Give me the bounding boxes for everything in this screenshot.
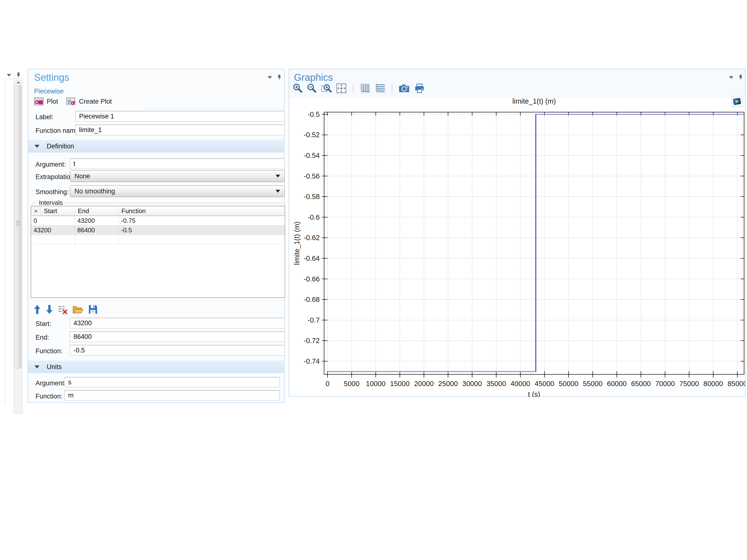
graphics-panel-title: Graphics: [294, 72, 333, 83]
save-file-icon[interactable]: [88, 305, 97, 314]
svg-text:20000: 20000: [414, 380, 434, 388]
section-label: Units: [47, 363, 62, 371]
move-up-icon[interactable]: [33, 304, 41, 314]
toolbar-separator: [392, 84, 392, 93]
label-input[interactable]: [75, 111, 285, 122]
smoothing-field-label: Smoothing:: [35, 188, 69, 196]
strip-divider: [1, 79, 24, 79]
zoom-extents-icon[interactable]: [336, 83, 346, 94]
arguments-input[interactable]: [65, 377, 280, 387]
table-row[interactable]: [31, 235, 285, 244]
dropdown-arrow-icon: [276, 190, 280, 193]
units-function-input[interactable]: [65, 390, 280, 400]
plot-button-label: Plot: [47, 98, 58, 105]
section-header-units[interactable]: Units: [28, 361, 284, 373]
section-label: Definition: [47, 142, 74, 150]
collapse-triangle-icon: [34, 365, 40, 369]
table-cell[interactable]: 0: [31, 216, 75, 225]
units-function-field-label: Function:: [35, 393, 62, 400]
svg-text:-0.74: -0.74: [304, 357, 320, 365]
plot-icon: [34, 97, 44, 106]
end-input[interactable]: [70, 331, 285, 342]
svg-text:-0.52: -0.52: [304, 131, 320, 139]
create-plot-button[interactable]: Create Plot: [67, 97, 112, 106]
chevron-down-icon[interactable]: [729, 76, 733, 79]
pin-icon[interactable]: [277, 75, 281, 80]
chevron-down-icon[interactable]: [268, 76, 272, 79]
table-row[interactable]: 043200-0.75: [31, 216, 285, 225]
function-field-label: Function:: [35, 347, 62, 355]
column-header-start[interactable]: Start: [41, 206, 75, 216]
pin-icon[interactable]: [17, 72, 21, 78]
extrapolation-dropdown[interactable]: None: [70, 170, 285, 182]
strip-edge: [5, 81, 5, 404]
argument-field-label: Argument:: [35, 161, 66, 168]
function-name-field-label: Function name:: [35, 127, 81, 135]
start-input[interactable]: [70, 318, 285, 328]
intervals-fieldset-line: [31, 203, 284, 203]
move-down-icon[interactable]: [46, 304, 53, 314]
intervals-legend: Intervals: [37, 199, 65, 207]
chevron-down-icon[interactable]: [7, 74, 11, 77]
scrollbar-grip: [16, 221, 20, 226]
delete-rows-icon[interactable]: [58, 304, 68, 314]
svg-text:-0.7: -0.7: [308, 316, 320, 324]
svg-text:0: 0: [326, 380, 330, 388]
intervals-table[interactable]: »StartEndFunction043200-0.754320086400-0…: [31, 206, 285, 298]
svg-text:-0.72: -0.72: [304, 337, 320, 344]
table-cell[interactable]: -0.5: [119, 225, 285, 235]
table-corner-glyph[interactable]: »: [31, 206, 41, 216]
table-cell[interactable]: -0.75: [119, 216, 285, 225]
table-cell[interactable]: [75, 235, 119, 244]
table-cell[interactable]: [31, 235, 75, 244]
svg-text:60000: 60000: [607, 380, 627, 388]
svg-text:-0.62: -0.62: [304, 234, 320, 242]
function-type-link[interactable]: Piecewise: [34, 87, 64, 95]
table-cell[interactable]: [119, 235, 285, 244]
zoom-box-icon[interactable]: [321, 83, 332, 93]
table-cell[interactable]: 43200: [75, 216, 119, 225]
table-row[interactable]: 4320086400-0.5: [31, 225, 285, 235]
svg-text:50000: 50000: [559, 380, 578, 388]
print-icon[interactable]: [414, 83, 425, 94]
x-axis-grid-icon[interactable]: [360, 83, 370, 94]
function-name-input[interactable]: [75, 125, 285, 135]
table-cell[interactable]: 43200: [31, 225, 75, 235]
section-header-definition[interactable]: Definition: [28, 140, 284, 153]
scrollbar-up-arrow[interactable]: [17, 81, 21, 83]
plot-button[interactable]: Plot: [34, 97, 58, 106]
function-input[interactable]: [70, 345, 285, 356]
pin-icon[interactable]: [739, 75, 743, 80]
smoothing-dropdown[interactable]: No smoothing: [70, 185, 285, 197]
zoom-out-icon[interactable]: [307, 83, 317, 93]
table-cell[interactable]: 86400: [75, 225, 119, 235]
svg-text:-0.58: -0.58: [304, 193, 320, 201]
svg-text:40000: 40000: [511, 380, 530, 388]
end-field-label: End:: [35, 334, 49, 341]
scrollbar-thumb[interactable]: [15, 86, 21, 368]
svg-text:85000: 85000: [727, 380, 745, 388]
svg-text:-0.64: -0.64: [304, 255, 320, 262]
plot-svg[interactable]: 0500010000150002000025000300003500040000…: [291, 97, 745, 397]
svg-text:-0.56: -0.56: [304, 172, 320, 180]
scrollbar-track[interactable]: [14, 80, 22, 414]
svg-text:80000: 80000: [703, 380, 723, 388]
svg-text:5000: 5000: [344, 380, 360, 388]
create-plot-button-label: Create Plot: [79, 98, 112, 105]
zoom-in-icon[interactable]: [293, 83, 303, 93]
intervals-table-header: »StartEndFunction: [31, 206, 285, 216]
svg-text:-0.5: -0.5: [308, 110, 320, 118]
dropdown-arrow-icon: [276, 175, 280, 178]
svg-text:45000: 45000: [535, 380, 554, 388]
y-axis-grid-icon[interactable]: [375, 83, 385, 94]
load-file-icon[interactable]: [73, 305, 83, 314]
label-field-label: Label:: [35, 113, 54, 121]
svg-text:35000: 35000: [486, 380, 506, 388]
svg-text:-0.66: -0.66: [304, 275, 320, 283]
column-header-end[interactable]: End: [75, 206, 119, 216]
svg-text:65000: 65000: [631, 380, 651, 388]
argument-input[interactable]: [70, 158, 285, 169]
image-snapshot-icon[interactable]: [398, 83, 410, 93]
svg-text:75000: 75000: [679, 380, 699, 388]
column-header-function[interactable]: Function: [119, 206, 285, 216]
